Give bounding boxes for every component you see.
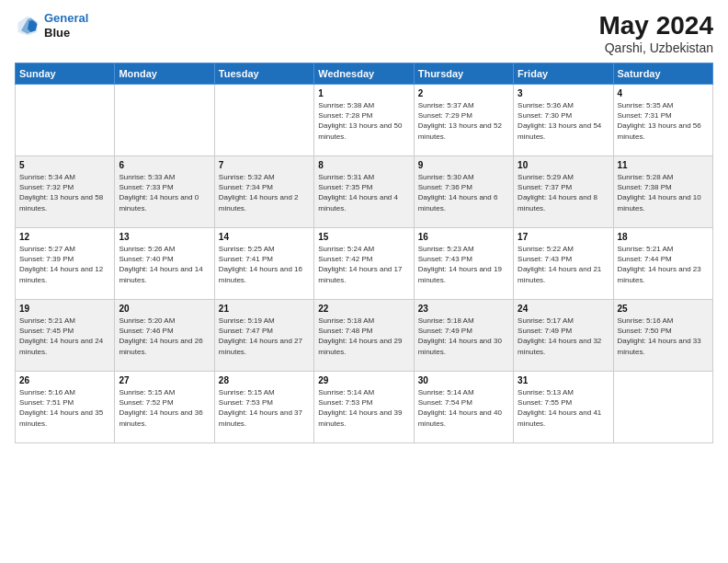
page: General Blue May 2024 Qarshi, Uzbekistan… [0, 0, 728, 563]
calendar-week-row: 5Sunrise: 5:34 AM Sunset: 7:32 PM Daylig… [16, 156, 713, 228]
calendar-cell: 25Sunrise: 5:16 AM Sunset: 7:50 PM Dayli… [613, 300, 712, 372]
day-number: 8 [318, 160, 409, 170]
calendar-cell: 10Sunrise: 5:29 AM Sunset: 7:37 PM Dayli… [514, 156, 613, 228]
calendar-cell: 26Sunrise: 5:16 AM Sunset: 7:51 PM Dayli… [16, 372, 115, 443]
day-number: 12 [19, 232, 110, 242]
weekday-row: SundayMondayTuesdayWednesdayThursdayFrid… [16, 63, 713, 85]
day-info: Sunrise: 5:16 AM Sunset: 7:50 PM Dayligh… [618, 316, 709, 357]
calendar-cell: 13Sunrise: 5:26 AM Sunset: 7:40 PM Dayli… [115, 228, 214, 300]
calendar-title: May 2024 [598, 11, 713, 40]
day-info: Sunrise: 5:16 AM Sunset: 7:51 PM Dayligh… [19, 387, 110, 429]
day-number: 6 [119, 160, 210, 170]
day-info: Sunrise: 5:24 AM Sunset: 7:42 PM Dayligh… [318, 244, 409, 285]
weekday-header: Friday [514, 63, 613, 85]
calendar-cell: 8Sunrise: 5:31 AM Sunset: 7:35 PM Daylig… [314, 156, 414, 228]
calendar-cell [115, 85, 214, 156]
day-number: 3 [518, 88, 609, 98]
day-info: Sunrise: 5:13 AM Sunset: 7:55 PM Dayligh… [518, 387, 609, 429]
day-number: 7 [219, 160, 310, 170]
calendar-header: SundayMondayTuesdayWednesdayThursdayFrid… [16, 63, 713, 85]
calendar-cell: 21Sunrise: 5:19 AM Sunset: 7:47 PM Dayli… [214, 300, 313, 372]
day-number: 5 [19, 160, 110, 170]
day-number: 22 [318, 304, 409, 314]
day-number: 16 [418, 232, 509, 242]
calendar-body: 1Sunrise: 5:38 AM Sunset: 7:28 PM Daylig… [16, 85, 713, 443]
day-info: Sunrise: 5:17 AM Sunset: 7:49 PM Dayligh… [518, 316, 609, 357]
day-number: 26 [19, 375, 110, 385]
calendar-cell: 11Sunrise: 5:28 AM Sunset: 7:38 PM Dayli… [613, 156, 712, 228]
day-number: 2 [418, 88, 509, 98]
day-info: Sunrise: 5:25 AM Sunset: 7:41 PM Dayligh… [219, 244, 310, 285]
weekday-header: Sunday [16, 63, 115, 85]
calendar-cell: 2Sunrise: 5:37 AM Sunset: 7:29 PM Daylig… [414, 85, 513, 156]
day-info: Sunrise: 5:33 AM Sunset: 7:33 PM Dayligh… [119, 172, 210, 213]
day-info: Sunrise: 5:37 AM Sunset: 7:29 PM Dayligh… [418, 100, 509, 142]
weekday-header: Tuesday [214, 63, 313, 85]
day-info: Sunrise: 5:35 AM Sunset: 7:31 PM Dayligh… [618, 100, 709, 142]
calendar-cell: 12Sunrise: 5:27 AM Sunset: 7:39 PM Dayli… [16, 228, 115, 300]
day-info: Sunrise: 5:20 AM Sunset: 7:46 PM Dayligh… [119, 316, 210, 357]
calendar-cell: 29Sunrise: 5:14 AM Sunset: 7:53 PM Dayli… [314, 372, 414, 443]
calendar-cell [613, 372, 712, 443]
day-number: 4 [618, 88, 709, 98]
day-number: 13 [119, 232, 210, 242]
weekday-header: Thursday [414, 63, 513, 85]
day-number: 30 [418, 375, 509, 385]
day-number: 14 [219, 232, 310, 242]
calendar-cell: 6Sunrise: 5:33 AM Sunset: 7:33 PM Daylig… [115, 156, 214, 228]
calendar-cell: 27Sunrise: 5:15 AM Sunset: 7:52 PM Dayli… [115, 372, 214, 443]
day-number: 29 [318, 375, 409, 385]
day-info: Sunrise: 5:29 AM Sunset: 7:37 PM Dayligh… [518, 172, 609, 213]
calendar-cell: 5Sunrise: 5:34 AM Sunset: 7:32 PM Daylig… [16, 156, 115, 228]
calendar-cell: 9Sunrise: 5:30 AM Sunset: 7:36 PM Daylig… [414, 156, 513, 228]
day-info: Sunrise: 5:18 AM Sunset: 7:49 PM Dayligh… [418, 316, 509, 357]
calendar-cell: 22Sunrise: 5:18 AM Sunset: 7:48 PM Dayli… [314, 300, 414, 372]
calendar-cell: 15Sunrise: 5:24 AM Sunset: 7:42 PM Dayli… [314, 228, 414, 300]
logo-line1: General [44, 11, 88, 25]
day-number: 18 [618, 232, 709, 242]
logo-line2: Blue [44, 26, 88, 40]
day-info: Sunrise: 5:27 AM Sunset: 7:39 PM Dayligh… [19, 244, 110, 285]
calendar-cell: 24Sunrise: 5:17 AM Sunset: 7:49 PM Dayli… [514, 300, 613, 372]
day-number: 1 [318, 88, 409, 98]
calendar-cell: 1Sunrise: 5:38 AM Sunset: 7:28 PM Daylig… [314, 85, 414, 156]
day-number: 11 [618, 160, 709, 170]
calendar-week-row: 26Sunrise: 5:16 AM Sunset: 7:51 PM Dayli… [16, 372, 713, 443]
day-info: Sunrise: 5:14 AM Sunset: 7:53 PM Dayligh… [318, 387, 409, 429]
calendar-cell: 23Sunrise: 5:18 AM Sunset: 7:49 PM Dayli… [414, 300, 513, 372]
day-info: Sunrise: 5:19 AM Sunset: 7:47 PM Dayligh… [219, 316, 310, 357]
calendar-cell: 20Sunrise: 5:20 AM Sunset: 7:46 PM Dayli… [115, 300, 214, 372]
day-info: Sunrise: 5:21 AM Sunset: 7:44 PM Dayligh… [618, 244, 709, 285]
calendar-week-row: 19Sunrise: 5:21 AM Sunset: 7:45 PM Dayli… [16, 300, 713, 372]
calendar-week-row: 1Sunrise: 5:38 AM Sunset: 7:28 PM Daylig… [16, 85, 713, 156]
calendar-cell: 18Sunrise: 5:21 AM Sunset: 7:44 PM Dayli… [613, 228, 712, 300]
calendar-cell: 14Sunrise: 5:25 AM Sunset: 7:41 PM Dayli… [214, 228, 313, 300]
calendar-cell: 16Sunrise: 5:23 AM Sunset: 7:43 PM Dayli… [414, 228, 513, 300]
day-info: Sunrise: 5:23 AM Sunset: 7:43 PM Dayligh… [418, 244, 509, 285]
day-info: Sunrise: 5:26 AM Sunset: 7:40 PM Dayligh… [119, 244, 210, 285]
day-number: 27 [119, 375, 210, 385]
title-block: May 2024 Qarshi, Uzbekistan [598, 11, 713, 55]
day-info: Sunrise: 5:21 AM Sunset: 7:45 PM Dayligh… [19, 316, 110, 357]
day-info: Sunrise: 5:14 AM Sunset: 7:54 PM Dayligh… [418, 387, 509, 429]
calendar-cell [16, 85, 115, 156]
calendar-cell: 19Sunrise: 5:21 AM Sunset: 7:45 PM Dayli… [16, 300, 115, 372]
logo: General Blue [15, 11, 88, 40]
calendar-cell: 17Sunrise: 5:22 AM Sunset: 7:43 PM Dayli… [514, 228, 613, 300]
calendar-cell: 7Sunrise: 5:32 AM Sunset: 7:34 PM Daylig… [214, 156, 313, 228]
calendar-cell: 30Sunrise: 5:14 AM Sunset: 7:54 PM Dayli… [414, 372, 513, 443]
weekday-header: Wednesday [314, 63, 414, 85]
day-number: 10 [518, 160, 609, 170]
day-number: 20 [119, 304, 210, 314]
day-info: Sunrise: 5:30 AM Sunset: 7:36 PM Dayligh… [418, 172, 509, 213]
day-number: 19 [19, 304, 110, 314]
day-number: 31 [518, 375, 609, 385]
calendar-cell: 3Sunrise: 5:36 AM Sunset: 7:30 PM Daylig… [514, 85, 613, 156]
day-info: Sunrise: 5:22 AM Sunset: 7:43 PM Dayligh… [518, 244, 609, 285]
logo-text: General Blue [44, 11, 88, 40]
day-info: Sunrise: 5:15 AM Sunset: 7:53 PM Dayligh… [219, 387, 310, 429]
day-number: 23 [418, 304, 509, 314]
weekday-header: Monday [115, 63, 214, 85]
day-number: 25 [618, 304, 709, 314]
day-info: Sunrise: 5:15 AM Sunset: 7:52 PM Dayligh… [119, 387, 210, 429]
